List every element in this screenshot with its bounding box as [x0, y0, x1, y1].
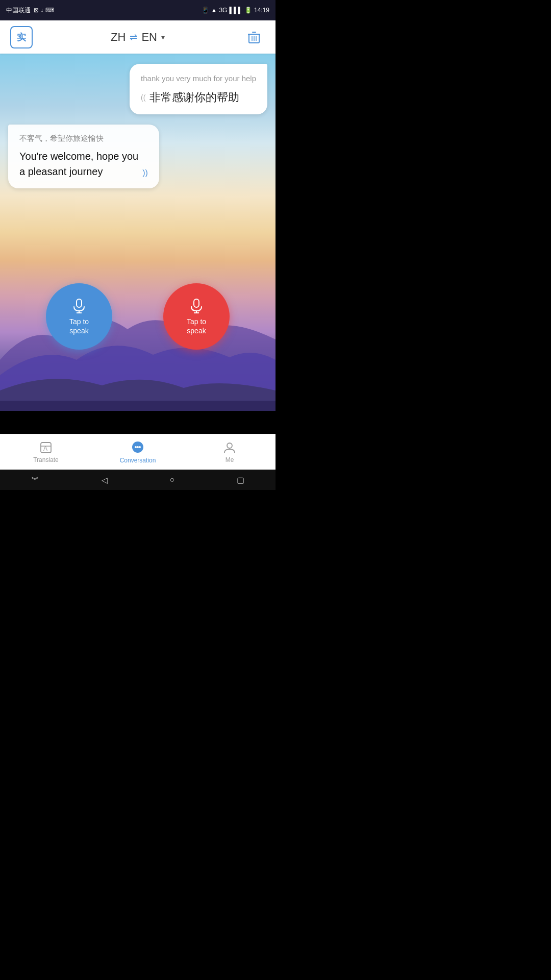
speaker-icon-left[interactable]: (( [141, 93, 145, 102]
me-label: Me [226, 456, 234, 463]
svg-point-18 [139, 446, 141, 448]
delete-button[interactable] [243, 26, 265, 48]
svg-point-16 [135, 446, 137, 448]
status-bar: 中国联通 ⊠ ↓ ⌨ 📱 ▲ 3G ▌▌▌ 🔋 14:19 [0, 0, 276, 20]
tap-to-speak-left-button[interactable]: Tap tospeak [46, 283, 112, 350]
svg-rect-9 [194, 299, 199, 307]
message-bubble-right: thank you very much for your help (( 非常感… [130, 64, 267, 114]
nav-left-button[interactable]: 实 [10, 26, 33, 48]
tap-buttons-area: Tap tospeak Tap tospeak [0, 283, 276, 350]
chat-bubbles: thank you very much for your help (( 非常感… [0, 54, 276, 199]
app-container: 中国联通 ⊠ ↓ ⌨ 📱 ▲ 3G ▌▌▌ 🔋 14:19 实 ZH ⇌ EN … [0, 0, 276, 490]
conversation-label: Conversation [120, 457, 156, 464]
nav-item-me[interactable]: Me [184, 441, 276, 463]
sim-icon: 📱 [202, 7, 209, 14]
notification-icons: ⊠ ↓ ⌨ [34, 7, 54, 14]
language-selector[interactable]: ZH ⇌ EN ▾ [111, 31, 165, 44]
translate-icon: A [39, 441, 53, 454]
signal-icon: ▌▌▌ [229, 7, 242, 14]
carrier-text: 中国联通 [6, 6, 31, 15]
top-nav: 实 ZH ⇌ EN ▾ [0, 20, 276, 54]
swap-icon: ⇌ [130, 32, 137, 43]
battery-icon: 🔋 [244, 7, 252, 14]
nav-recent-icon[interactable]: ▢ [237, 475, 244, 485]
android-nav-bar: ︾ ◁ ○ ▢ [0, 470, 276, 490]
conversation-icon [131, 440, 145, 455]
microphone-icon-left [71, 298, 87, 314]
microphone-icon-right [188, 298, 205, 314]
status-right: 📱 ▲ 3G ▌▌▌ 🔋 14:19 [202, 7, 269, 14]
me-icon [223, 441, 236, 454]
nav-home-icon[interactable]: ○ [170, 475, 175, 484]
svg-point-17 [137, 446, 139, 448]
message-english-text: thank you very much for your help [141, 73, 256, 84]
tap-to-speak-right-label: Tap tospeak [187, 317, 206, 335]
network-text: 3G [219, 7, 227, 14]
wifi-icon: ▲ [211, 7, 217, 14]
message-bubble-left: 不客气，希望你旅途愉快 You're welcome, hope youa pl… [8, 125, 159, 188]
tap-to-speak-right-button[interactable]: Tap tospeak [163, 283, 230, 350]
dropdown-arrow-icon: ▾ [161, 33, 165, 41]
trash-icon [247, 30, 261, 44]
bottom-nav: A Translate Conversation Me [0, 434, 276, 470]
speaker-icon-right[interactable]: )) [142, 167, 148, 179]
message-chinese-text: (( 非常感谢你的帮助 [141, 90, 256, 105]
translate-label: Translate [33, 456, 59, 463]
nav-item-translate[interactable]: A Translate [0, 441, 92, 463]
nav-down-icon[interactable]: ︾ [31, 475, 39, 485]
svg-point-19 [227, 443, 232, 448]
lang-to: EN [141, 31, 157, 44]
conversation-area: thank you very much for your help (( 非常感… [0, 54, 276, 411]
message-chinese-text-top: 不客气，希望你旅途愉快 [19, 134, 148, 143]
message-english-main: You're welcome, hope youa pleasant journ… [19, 149, 148, 179]
tap-to-speak-left-label: Tap tospeak [69, 317, 89, 335]
nav-back-icon[interactable]: ◁ [102, 475, 108, 485]
status-left: 中国联通 ⊠ ↓ ⌨ [6, 6, 54, 15]
nav-item-conversation[interactable]: Conversation [92, 440, 184, 464]
dictionary-icon: 实 [17, 31, 26, 43]
time-text: 14:19 [254, 7, 269, 14]
lang-from: ZH [111, 31, 126, 44]
svg-rect-6 [77, 299, 82, 307]
